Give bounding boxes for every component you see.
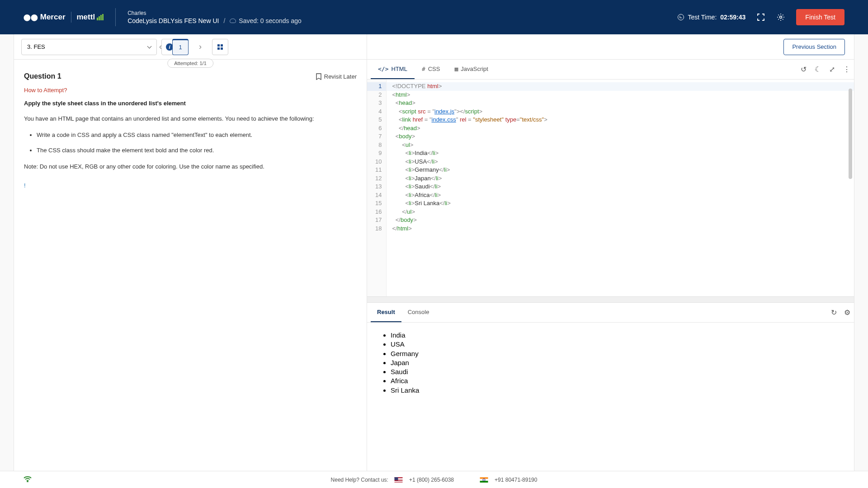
header-divider bbox=[115, 8, 116, 26]
scrollbar[interactable] bbox=[849, 89, 852, 179]
chevron-down-icon bbox=[147, 44, 152, 48]
result-item: India bbox=[391, 331, 840, 340]
settings-icon[interactable] bbox=[776, 13, 785, 22]
result-output: IndiaUSAGermanyJapanSaudiAfricaSri Lanka bbox=[367, 323, 854, 471]
mettl-logo: mettl bbox=[77, 13, 104, 22]
question-mark: ! bbox=[24, 181, 357, 191]
more-options-icon[interactable]: ⋮ bbox=[843, 65, 850, 74]
question-bullet: The CSS class should make the element te… bbox=[37, 145, 357, 155]
phone-us: +1 (800) 265-6038 bbox=[409, 477, 454, 483]
test-title: CodeLysis DBLYsis FES New UI bbox=[127, 17, 219, 24]
result-item: Japan bbox=[391, 358, 840, 367]
test-timer: Test Time: 02:59:43 bbox=[678, 14, 745, 21]
right-toolbar: Previous Section bbox=[367, 34, 854, 60]
question-bullet: Write a code in CSS and apply a CSS clas… bbox=[37, 130, 357, 140]
result-item: USA bbox=[391, 340, 840, 349]
code-editor[interactable]: 123456789101112131415161718 <!DOCTYPE ht… bbox=[367, 80, 854, 296]
section-select[interactable]: 3. FES bbox=[21, 39, 157, 55]
footer: Need Help? Contact us: +1 (800) 265-6038… bbox=[0, 471, 868, 488]
wifi-icon bbox=[24, 476, 32, 484]
svg-point-1 bbox=[27, 481, 28, 482]
result-settings-icon[interactable]: ⚙ bbox=[844, 308, 850, 317]
saved-status: Saved: 0 seconds ago bbox=[230, 17, 302, 24]
help-label: Need Help? Contact us: bbox=[331, 477, 388, 483]
prev-question-button[interactable]: ‹ bbox=[152, 39, 169, 55]
pane-splitter[interactable] bbox=[367, 296, 854, 303]
app-header: ⬤⬤ Mercer mettl Charles CodeLysis DBLYsi… bbox=[0, 0, 868, 34]
attempted-pill: Attempted: 1/1 bbox=[167, 59, 213, 68]
question-title: Apply the style sheet class in the unord… bbox=[24, 100, 357, 107]
result-item: Sri Lanka bbox=[391, 386, 840, 395]
html-tag-icon: </> bbox=[378, 66, 388, 72]
mercer-logo: ⬤⬤ Mercer bbox=[24, 13, 66, 22]
question-body: You have an HTML page that contains an u… bbox=[24, 114, 357, 191]
brand-logos: ⬤⬤ Mercer mettl bbox=[24, 12, 104, 23]
code-body[interactable]: <!DOCTYPE html><html> <head> <script src… bbox=[387, 80, 854, 296]
question-note: Note: Do not use HEX, RGB or any other c… bbox=[24, 162, 357, 172]
question-heading: Question 1 bbox=[24, 72, 61, 80]
expand-icon[interactable]: ⤢ bbox=[829, 65, 835, 74]
previous-section-button[interactable]: Previous Section bbox=[783, 39, 845, 55]
candidate-name: Charles bbox=[127, 10, 302, 16]
fullscreen-toggle-icon[interactable] bbox=[756, 13, 765, 22]
result-item: Africa bbox=[391, 376, 840, 385]
separator: / bbox=[223, 17, 225, 24]
question-toolbar: 3. FES i ‹ 1 › Attempted: 1/1 bbox=[14, 34, 367, 60]
revisit-later-button[interactable]: Revisit Later bbox=[316, 73, 357, 80]
code-tabs: </> HTML # CSS ▦ JavaScript ↺ ☾ ⤢ bbox=[367, 60, 854, 80]
refresh-icon[interactable]: ↻ bbox=[831, 308, 837, 317]
phone-in: +91 80471-89190 bbox=[495, 477, 537, 483]
result-item: Germany bbox=[391, 349, 840, 358]
question-number-button[interactable]: 1 bbox=[172, 39, 189, 55]
clock-icon bbox=[678, 14, 684, 20]
tab-js[interactable]: ▦ JavaScript bbox=[447, 60, 495, 79]
tab-html[interactable]: </> HTML bbox=[371, 60, 415, 79]
result-item: Saudi bbox=[391, 367, 840, 376]
svg-point-0 bbox=[780, 16, 782, 19]
bookmark-icon bbox=[316, 73, 321, 80]
js-icon: ▦ bbox=[454, 66, 458, 72]
grid-icon bbox=[217, 44, 223, 50]
tab-css[interactable]: # CSS bbox=[415, 60, 448, 79]
how-to-attempt-link[interactable]: How to Attempt? bbox=[24, 87, 357, 94]
next-question-button[interactable]: › bbox=[192, 39, 208, 55]
flag-in-icon bbox=[480, 477, 488, 483]
tab-console[interactable]: Console bbox=[401, 303, 436, 322]
logo-divider bbox=[71, 12, 71, 23]
finish-test-button[interactable]: Finish Test bbox=[796, 9, 844, 25]
tab-result[interactable]: Result bbox=[371, 303, 401, 322]
hash-icon: # bbox=[422, 66, 425, 72]
line-gutter: 123456789101112131415161718 bbox=[367, 80, 387, 296]
result-tabs: Result Console ↻ ⚙ bbox=[367, 303, 854, 323]
cloud-icon bbox=[230, 19, 236, 23]
question-intro: You have an HTML page that contains an u… bbox=[24, 114, 357, 124]
question-grid-button[interactable] bbox=[212, 39, 228, 55]
history-icon[interactable]: ↺ bbox=[801, 65, 807, 74]
flag-us-icon bbox=[395, 477, 403, 483]
question-panel: Question 1 Revisit Later How to Attempt?… bbox=[14, 60, 367, 203]
test-meta: Charles CodeLysis DBLYsis FES New UI / S… bbox=[127, 10, 302, 24]
theme-toggle-icon[interactable]: ☾ bbox=[815, 65, 821, 74]
